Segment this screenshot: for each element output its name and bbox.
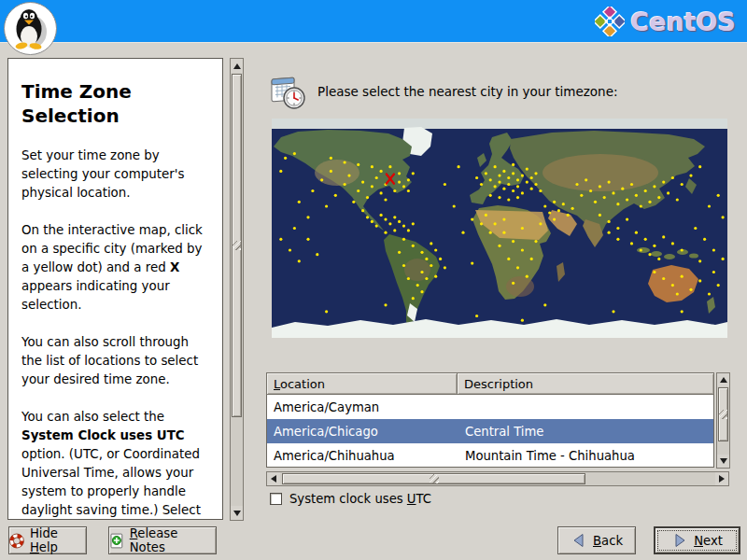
table-scroll-up-button[interactable] xyxy=(717,373,729,386)
tux-logo xyxy=(4,2,57,55)
timezone-map[interactable] xyxy=(272,119,727,338)
table-header: Location Description xyxy=(266,372,714,395)
timezone-row[interactable]: America/Cayman xyxy=(267,395,713,419)
table-vscrollbar-thumb[interactable] xyxy=(718,387,728,441)
prompt-label: Please select the nearest city in your t… xyxy=(317,84,618,99)
timezone-location: America/Cayman xyxy=(267,400,458,414)
table-scroll-left-button[interactable] xyxy=(267,472,280,485)
back-arrow-icon xyxy=(571,532,587,549)
help-scrollbar[interactable] xyxy=(230,58,244,521)
brand-name: CentOS xyxy=(630,7,736,36)
help-paragraph: You can also select the System Clock use… xyxy=(21,408,209,520)
utc-checkbox-row[interactable]: System clock uses UTC xyxy=(270,492,431,506)
release-notes-icon xyxy=(109,533,124,549)
page-title: Time Zone Selection xyxy=(21,79,209,128)
next-arrow-icon xyxy=(671,532,688,549)
help-text: Set your time zone by selecting your com… xyxy=(21,147,209,520)
installer-window: CentOS Time Zone Selection Set your time… xyxy=(0,0,747,560)
timezone-description: Central Time xyxy=(458,425,713,439)
arrow-up-icon xyxy=(720,377,727,383)
arrow-up-icon xyxy=(233,63,241,69)
utc-checkbox-label: System clock uses UTC xyxy=(289,492,431,506)
centos-pinwheel-icon xyxy=(595,7,625,36)
thumb-grip xyxy=(719,410,727,419)
timezone-location: America/Chicago xyxy=(267,425,458,439)
back-button[interactable]: Back xyxy=(557,526,636,554)
table-scroll-right-button[interactable] xyxy=(715,472,728,485)
table-hscrollbar-thumb[interactable] xyxy=(282,473,585,484)
arrow-right-icon xyxy=(719,475,725,483)
timezone-list: America/CaymanAmerica/ChicagoCentral Tim… xyxy=(266,395,714,468)
hide-help-button[interactable]: Hide Help xyxy=(8,526,87,554)
timezone-row[interactable]: America/ChicagoCentral Time xyxy=(267,419,713,443)
table-vscrollbar[interactable] xyxy=(716,372,730,469)
help-scroll-down-button[interactable] xyxy=(231,506,243,520)
arrow-left-icon xyxy=(271,475,276,483)
timezone-location: America/Chihuahua xyxy=(267,449,458,463)
next-button[interactable]: Next xyxy=(654,526,740,554)
help-scroll-up-button[interactable] xyxy=(231,59,243,73)
help-paragraph: On the interactive map, click on a speci… xyxy=(21,221,209,315)
arrow-down-icon xyxy=(233,511,241,516)
timezone-row[interactable]: America/ChihuahuaMountain Time - Chihuah… xyxy=(267,443,713,468)
help-panel: Time Zone Selection Set your time zone b… xyxy=(7,58,223,520)
thumb-grip xyxy=(430,474,439,483)
life-ring-icon xyxy=(9,533,24,549)
utc-checkbox[interactable] xyxy=(270,493,282,505)
column-header-description[interactable]: Description xyxy=(458,372,714,395)
help-scrollbar-thumb[interactable] xyxy=(232,74,242,417)
release-notes-button[interactable]: Release Notes xyxy=(108,526,217,554)
column-header-location[interactable]: Location xyxy=(266,372,458,395)
thumb-grip xyxy=(233,241,241,250)
timezone-description: Mountain Time - Chihuahua xyxy=(458,449,713,463)
help-paragraph: You can also scroll through the list of … xyxy=(21,333,209,389)
timezone-table: Location Description America/CaymanAmeri… xyxy=(266,372,714,468)
help-paragraph: Set your time zone by selecting your com… xyxy=(21,147,209,203)
table-hscrollbar[interactable] xyxy=(266,471,729,486)
table-scroll-down-button[interactable] xyxy=(717,455,729,468)
tux-penguin-icon xyxy=(5,3,54,52)
timezone-clock-icon xyxy=(269,72,308,114)
arrow-down-icon xyxy=(720,458,727,464)
centos-brand: CentOS xyxy=(595,7,736,36)
